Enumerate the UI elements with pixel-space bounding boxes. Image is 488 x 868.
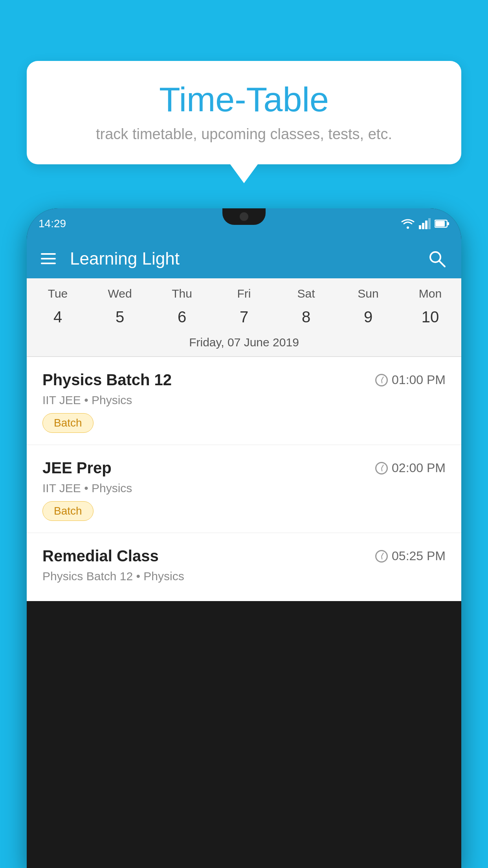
svg-rect-4 — [428, 218, 431, 229]
schedule-meta-2: Physics Batch 12 • Physics — [42, 570, 446, 583]
day-names-row: Tue Wed Thu Fri Sat Sun Mon — [27, 278, 461, 304]
day-7[interactable]: 7 — [213, 308, 275, 326]
schedule-time-0: 01:00 PM — [375, 373, 446, 387]
app-header: Learning Light — [27, 239, 461, 278]
bubble-subtitle: track timetable, upcoming classes, tests… — [50, 126, 438, 143]
day-selected-7[interactable]: 7 — [240, 308, 248, 326]
hamburger-menu-button[interactable] — [41, 253, 56, 264]
schedule-item-0[interactable]: Physics Batch 12 01:00 PM IIT JEE • Phys… — [27, 357, 461, 445]
schedule-item-header-1: JEE Prep 02:00 PM — [42, 459, 446, 477]
schedule-title-0: Physics Batch 12 — [42, 371, 172, 389]
schedule-time-2: 05:25 PM — [375, 549, 446, 563]
schedule-time-1: 02:00 PM — [375, 461, 446, 475]
hamburger-line-2 — [41, 258, 56, 259]
clock-icon-0 — [375, 374, 388, 386]
status-time: 14:29 — [39, 217, 66, 230]
day-5[interactable]: 5 — [89, 308, 151, 326]
calendar-section: Tue Wed Thu Fri Sat Sun Mon 4 5 6 7 8 9 … — [27, 278, 461, 357]
hamburger-line-1 — [41, 253, 56, 255]
schedule-list: Physics Batch 12 01:00 PM IIT JEE • Phys… — [27, 357, 461, 601]
schedule-item-header-2: Remedial Class 05:25 PM — [42, 547, 446, 565]
selected-date-label: Friday, 07 June 2019 — [27, 332, 461, 356]
day-name-sun: Sun — [337, 287, 399, 300]
day-6[interactable]: 6 — [151, 308, 213, 326]
schedule-item-header-0: Physics Batch 12 01:00 PM — [42, 371, 446, 389]
batch-badge-1: Batch — [42, 501, 94, 521]
schedule-item-1[interactable]: JEE Prep 02:00 PM IIT JEE • Physics Batc… — [27, 445, 461, 533]
day-name-thu: Thu — [151, 287, 213, 300]
bubble-title: Time-Table — [50, 81, 438, 119]
day-8[interactable]: 8 — [275, 308, 337, 326]
batch-badge-0: Batch — [42, 413, 94, 433]
day-name-mon: Mon — [399, 287, 461, 300]
day-10[interactable]: 10 — [399, 308, 461, 326]
schedule-item-2[interactable]: Remedial Class 05:25 PM Physics Batch 12… — [27, 533, 461, 601]
schedule-title-1: JEE Prep — [42, 459, 112, 477]
schedule-title-2: Remedial Class — [42, 547, 159, 565]
schedule-meta-0: IIT JEE • Physics — [42, 394, 446, 407]
day-name-wed: Wed — [89, 287, 151, 300]
svg-point-0 — [407, 226, 409, 229]
day-today-6[interactable]: 6 — [178, 308, 186, 326]
status-icons — [401, 218, 449, 229]
battery-icon — [435, 219, 449, 228]
svg-rect-6 — [435, 221, 445, 226]
schedule-time-text-2: 05:25 PM — [392, 549, 446, 563]
search-icon[interactable] — [427, 248, 447, 269]
clock-icon-2 — [375, 550, 388, 563]
day-9[interactable]: 9 — [337, 308, 399, 326]
day-name-tue: Tue — [27, 287, 89, 300]
svg-rect-7 — [448, 222, 449, 225]
day-name-fri: Fri — [213, 287, 275, 300]
svg-rect-3 — [425, 221, 427, 229]
phone-frame: 14:29 — [27, 208, 461, 868]
notch — [222, 208, 266, 225]
schedule-time-text-1: 02:00 PM — [392, 461, 446, 475]
signal-icon — [419, 218, 431, 229]
hamburger-line-3 — [41, 263, 56, 264]
svg-rect-2 — [422, 223, 424, 229]
app-title: Learning Light — [70, 249, 427, 268]
wifi-icon — [401, 218, 415, 229]
speech-bubble: Time-Table track timetable, upcoming cla… — [27, 61, 461, 164]
svg-rect-1 — [419, 225, 421, 229]
day-4[interactable]: 4 — [27, 308, 89, 326]
svg-line-9 — [439, 261, 445, 267]
status-bar: 14:29 — [27, 208, 461, 239]
schedule-meta-1: IIT JEE • Physics — [42, 482, 446, 495]
schedule-time-text-0: 01:00 PM — [392, 373, 446, 387]
camera-dot — [240, 212, 248, 221]
day-name-sat: Sat — [275, 287, 337, 300]
clock-icon-1 — [375, 462, 388, 474]
day-numbers-row: 4 5 6 7 8 9 10 — [27, 304, 461, 332]
